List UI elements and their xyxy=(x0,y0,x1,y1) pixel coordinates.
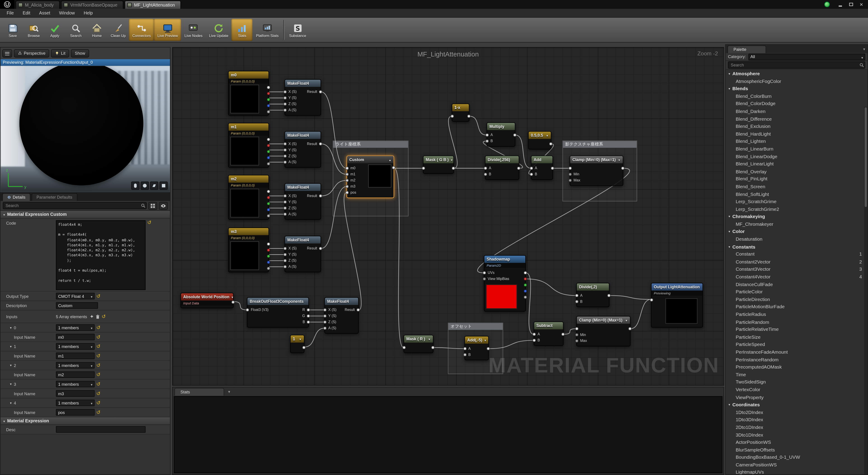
input-4-members-dropdown[interactable]: 1 members▼ xyxy=(56,400,94,406)
input-pin[interactable] xyxy=(345,179,349,182)
output-pin[interactable] xyxy=(267,202,270,205)
palette-item-blend-pinlight[interactable]: Blend_PinLight xyxy=(726,176,868,183)
input-2-name-field[interactable] xyxy=(56,371,94,378)
input-pin[interactable] xyxy=(283,253,287,256)
output-pin[interactable] xyxy=(267,208,270,212)
output-pin[interactable] xyxy=(267,156,270,160)
desc-field[interactable] xyxy=(56,426,146,433)
input-pin[interactable] xyxy=(532,332,536,336)
input-pin[interactable] xyxy=(486,133,489,136)
chevron-down-icon[interactable]: ▼ xyxy=(616,158,620,161)
output-pin[interactable] xyxy=(267,255,270,258)
output-pin[interactable] xyxy=(356,308,360,311)
node-multiply[interactable]: MultiplyAB xyxy=(487,122,515,147)
node-mf4[interactable]: MakeFloat4X (S)ResultY (S)Z (S)A (S) xyxy=(324,297,359,334)
output-pin[interactable] xyxy=(307,314,310,317)
palette-item-lerp-scratchgrime[interactable]: Lerp_ScratchGrime xyxy=(726,198,868,205)
menu-edit[interactable]: Edit xyxy=(18,9,35,17)
palette-scrollbar[interactable] xyxy=(864,107,868,474)
preview-viewport[interactable]: z y xyxy=(0,66,170,192)
palette-item-particlerelativetime[interactable]: ParticleRelativeTime xyxy=(726,326,868,334)
palette-item-time[interactable]: Time xyxy=(726,371,868,379)
output-pin[interactable] xyxy=(307,308,310,311)
palette-item-vertexcolor[interactable]: VertexColor xyxy=(726,386,868,394)
viewport-lit-button[interactable]: Lit xyxy=(51,49,69,58)
output-pin[interactable] xyxy=(231,300,235,304)
unreal-logo-icon[interactable] xyxy=(0,0,14,9)
reset-to-default-icon[interactable]: ↺ xyxy=(96,325,100,330)
input-pin[interactable] xyxy=(283,96,287,99)
palette-item-desaturation[interactable]: Desaturation xyxy=(726,236,868,243)
input-pin[interactable] xyxy=(484,166,487,170)
output-pin[interactable] xyxy=(267,267,270,270)
description-field[interactable] xyxy=(56,302,98,309)
output-pin[interactable] xyxy=(267,243,270,246)
input-pin[interactable] xyxy=(530,166,533,170)
node-break3[interactable]: BreakOutFloat3ComponentsFloat3 (V3)RGB xyxy=(247,297,309,328)
toolbar-connectors-button[interactable]: Connectors xyxy=(129,19,154,41)
output-pin[interactable] xyxy=(517,166,520,170)
input-pin[interactable] xyxy=(575,299,579,303)
palette-item-blend-lighten[interactable]: Blend_Lighten xyxy=(726,138,868,146)
node-one[interactable]: 1▼ xyxy=(290,335,305,353)
palette-item-blend-linearlight[interactable]: Blend_LinearLight xyxy=(726,161,868,168)
input-pin[interactable] xyxy=(283,200,287,203)
details-search-input[interactable] xyxy=(3,203,140,208)
palette-item-precomputedaomask[interactable]: PrecomputedAOMask xyxy=(726,363,868,371)
node-oneminus[interactable]: 1-x xyxy=(452,103,469,122)
reset-to-default-icon[interactable]: ↺ xyxy=(147,220,151,225)
toolbar-platform-stats-button[interactable]: Platform Stats xyxy=(253,19,282,41)
wire[interactable] xyxy=(563,329,576,334)
output-pin[interactable] xyxy=(319,142,322,145)
scrollbar-thumb[interactable] xyxy=(865,107,867,207)
output-pin[interactable] xyxy=(267,86,270,89)
chevron-down-icon[interactable]: ▼ xyxy=(229,295,233,299)
menu-help[interactable]: Help xyxy=(79,9,97,17)
output-pin[interactable] xyxy=(267,98,270,101)
chevron-down-icon[interactable]: ▼ xyxy=(544,133,548,137)
tab-mf-lightattenuation[interactable]: MF_LightAttenuation xyxy=(125,0,181,9)
node-mf2[interactable]: MakeFloat4X (S)ResultY (S)Z (S)A (S) xyxy=(285,183,321,220)
tab-vrmmtoonbaseopaque[interactable]: VrmMToonBaseOpaque xyxy=(61,0,123,9)
input-pin[interactable] xyxy=(345,185,349,188)
reset-to-default-icon[interactable]: ↺ xyxy=(96,410,100,415)
tab-details[interactable]: Details xyxy=(2,193,31,201)
input-1-name-field[interactable] xyxy=(56,352,94,359)
input-pin[interactable] xyxy=(283,206,287,210)
output-pin[interactable] xyxy=(307,320,310,324)
node-mf0[interactable]: MakeFloat4X (S)ResultY (S)Z (S)A (S) xyxy=(285,79,321,116)
input-3-members-dropdown[interactable]: 1 members▼ xyxy=(56,381,94,387)
preview-shape-plane-button[interactable] xyxy=(150,182,158,190)
output-pin[interactable] xyxy=(267,260,270,264)
node-halves[interactable]: 0.5,0.5▼ xyxy=(528,131,551,149)
palette-item-2dto1dindex[interactable]: 2Dto1DIndex xyxy=(726,424,868,432)
toolbar-live-update-button[interactable]: Live Update xyxy=(206,19,231,41)
add-element-icon[interactable]: + xyxy=(90,314,93,319)
input-pin[interactable] xyxy=(402,346,406,349)
input-pin[interactable] xyxy=(486,139,489,142)
input-pin[interactable] xyxy=(650,298,653,302)
viewport-show-button[interactable]: Show xyxy=(71,49,89,58)
node-addneg5[interactable]: Add(,-5)▼AB xyxy=(465,336,489,360)
palette-category-constants[interactable]: ▼Constants xyxy=(726,243,868,251)
output-pin[interactable] xyxy=(551,166,554,170)
reset-to-default-icon[interactable]: ↺ xyxy=(96,293,100,298)
palette-item-atmosphericfogcolor[interactable]: AtmosphericFogColor xyxy=(726,78,868,85)
category-dropdown[interactable]: All▼ xyxy=(748,53,865,60)
viewport-perspective-button[interactable]: Perspective xyxy=(14,49,49,58)
toolbar-stats-button[interactable]: Stats xyxy=(232,19,253,41)
code-field[interactable]: float4x4 m; m = float4x4( float4(m0.x, m… xyxy=(56,220,146,290)
output-pin[interactable] xyxy=(267,104,270,107)
input-0-members-dropdown[interactable]: 1 members▼ xyxy=(56,324,94,331)
palette-item-viewproperty[interactable]: ViewProperty xyxy=(726,394,868,401)
palette-item-perinstancefadeamount[interactable]: PerInstanceFadeAmount xyxy=(726,349,868,356)
toolbar-live-preview-button[interactable]: Live Preview xyxy=(154,19,181,41)
output-pin[interactable] xyxy=(267,138,270,141)
input-pin[interactable] xyxy=(283,154,287,158)
green-circle-icon[interactable] xyxy=(825,2,830,7)
toolbar-save-button[interactable]: Save xyxy=(2,19,23,41)
toolbar-home-button[interactable]: Home xyxy=(86,19,107,41)
node-m3[interactable]: m3Param (0,0,0,0) xyxy=(228,227,269,272)
menu-file[interactable]: File xyxy=(2,9,18,17)
palette-item-blursampleoffsets[interactable]: BlurSampleOffsets xyxy=(726,446,868,454)
